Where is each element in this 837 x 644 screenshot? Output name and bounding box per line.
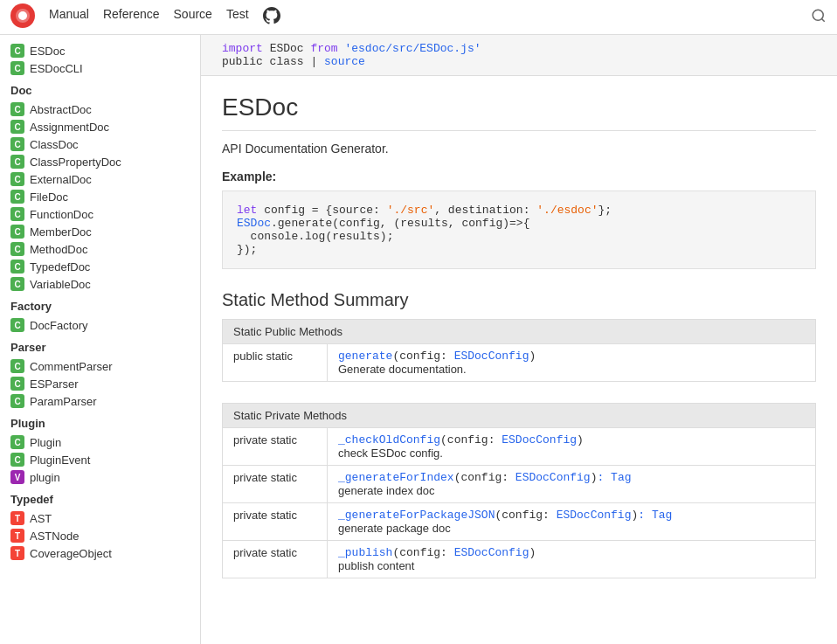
svg-point-3 [813, 10, 823, 20]
sidebar-item-filedoc[interactable]: CFileDoc [0, 188, 200, 205]
sidebar-item-variabledoc[interactable]: CVariableDoc [0, 275, 200, 293]
generateforindex-method-link[interactable]: _generateForIndex [338, 471, 454, 484]
method-description: generate index doc [338, 484, 805, 497]
import-from: from [310, 42, 337, 55]
sidebar-item-externaldoc[interactable]: CExternalDoc [0, 170, 200, 188]
badge-c: C [10, 394, 24, 408]
sidebar-item-commentparser[interactable]: CCommentParser [0, 357, 200, 375]
esdocconfig-type-link-0[interactable]: ESDocConfig [502, 433, 577, 447]
badge-c: C [10, 453, 24, 467]
search-icon[interactable] [811, 8, 827, 26]
badge-v: V [10, 470, 24, 484]
svg-point-2 [18, 11, 27, 20]
esdocconfig-type-link[interactable]: ESDocConfig [454, 350, 529, 363]
badge-t: T [10, 546, 24, 560]
badge-c: C [10, 44, 24, 58]
esdocconfig-type-link-3[interactable]: ESDocConfig [454, 546, 529, 559]
section-plugin: Plugin [0, 410, 200, 433]
sidebar-item-plugin-var[interactable]: Vplugin [0, 468, 200, 486]
method-cell: _generateForPackageJSON(config: ESDocCon… [328, 503, 816, 541]
static-public-methods-table: Static Public Methods public static gene… [222, 319, 816, 382]
badge-c: C [10, 277, 24, 291]
method-modifier: private static [223, 428, 328, 466]
method-params-text: (config: [392, 350, 453, 363]
sidebar-item-pluginevent[interactable]: CPluginEvent [0, 451, 200, 468]
class-prefix: public class [222, 55, 304, 68]
method-close-paren: ) [529, 350, 536, 363]
sidebar-item-typedefdoc[interactable]: CTypedefDoc [0, 258, 200, 275]
sidebar-item-ast[interactable]: TAST [0, 509, 200, 527]
table-row: private static _generateForIndex(config:… [223, 466, 816, 503]
sidebar-item-assignmentdoc[interactable]: CAssignmentDoc [0, 118, 200, 135]
esdocconfig-type-link-2[interactable]: ESDocConfig [557, 509, 632, 522]
nav-reference[interactable]: Reference [103, 7, 160, 27]
import-bar: import ESDoc from 'esdoc/src/ESDoc.js' p… [201, 35, 837, 76]
badge-c: C [10, 359, 24, 373]
method-cell: _generateForIndex(config: ESDocConfig): … [328, 466, 816, 503]
sidebar-item-classpropertydoc[interactable]: CClassPropertyDoc [0, 153, 200, 170]
import-keyword: import [222, 42, 263, 55]
sidebar-item-paramparser[interactable]: CParamParser [0, 392, 200, 410]
sidebar-item-abstractdoc[interactable]: CAbstractDoc [0, 100, 200, 118]
sidebar-item-methoddoc[interactable]: CMethodDoc [0, 240, 200, 258]
method-sig: _generateForIndex(config: ESDocConfig): … [338, 471, 805, 484]
section-typedef: Typedef [0, 486, 200, 509]
badge-c: C [10, 190, 24, 204]
badge-c: C [10, 61, 24, 75]
top-nav: Manual Reference Source Test [0, 0, 837, 35]
publish-method-link[interactable]: _publish [338, 546, 392, 559]
section-factory: Factory [0, 293, 200, 316]
code-let: let [237, 204, 257, 217]
static-private-methods-table: Static Private Methods private static _c… [222, 403, 816, 578]
table-row: private static _checkOldConfig(config: E… [223, 428, 816, 466]
badge-c: C [10, 377, 24, 391]
badge-c: C [10, 102, 24, 116]
method-sig: generate(config: ESDocConfig) [338, 350, 805, 363]
esdocconfig-type-link-1[interactable]: ESDocConfig [515, 471, 591, 484]
sidebar-item-functiondoc[interactable]: CFunctionDoc [0, 205, 200, 223]
return-type-tag: : Tag [597, 471, 631, 484]
code-string-dest: './esdoc' [536, 204, 598, 217]
import-path: 'esdoc/src/ESDoc.js' [344, 42, 481, 55]
sidebar-item-esparser[interactable]: CESParser [0, 375, 200, 392]
logo [10, 3, 35, 31]
badge-c: C [10, 435, 24, 449]
code-string-src: './src' [387, 204, 435, 217]
method-modifier: private static [223, 541, 328, 578]
sidebar-item-label: ESDocCLI [30, 62, 83, 75]
badge-c: C [10, 120, 24, 134]
method-description: Generate documentation. [338, 363, 805, 376]
code-esdoc-ref: ESDoc [237, 217, 271, 230]
svg-line-4 [821, 18, 824, 21]
static-public-header-label: Static Public Methods [223, 320, 816, 344]
generateforpackagejson-method-link[interactable]: _generateForPackageJSON [338, 509, 495, 522]
nav-links: Manual Reference Source Test [49, 7, 280, 27]
method-cell: _publish(config: ESDocConfig) publish co… [328, 541, 816, 578]
sidebar-item-classdoc[interactable]: CClassDoc [0, 135, 200, 153]
sidebar-item-docfactory[interactable]: CDocFactory [0, 316, 200, 334]
generate-method-link[interactable]: generate [338, 350, 392, 363]
import-name: ESDoc [270, 42, 311, 55]
nav-test[interactable]: Test [226, 7, 249, 27]
sidebar-item-astnode[interactable]: TASTNode [0, 527, 200, 544]
table-row: private static _generateForPackageJSON(c… [223, 503, 816, 541]
sidebar-item-coverageobject[interactable]: TCoverageObject [0, 544, 200, 562]
github-icon[interactable] [263, 7, 280, 27]
sidebar-item-esdoccli[interactable]: C ESDocCLI [0, 59, 200, 77]
method-description: publish content [338, 559, 805, 572]
checkoldconfig-method-link[interactable]: _checkOldConfig [338, 433, 440, 447]
sidebar-item-esdoc[interactable]: C ESDoc [0, 42, 200, 59]
code-example: let config = {source: './src', destinati… [222, 190, 816, 269]
source-link[interactable]: source [324, 55, 365, 68]
sidebar-item-memberdoc[interactable]: CMemberDoc [0, 223, 200, 240]
badge-c: C [10, 260, 24, 274]
table-row: public static generate(config: ESDocConf… [223, 344, 816, 382]
method-description: check ESDoc config. [338, 447, 805, 460]
nav-manual[interactable]: Manual [49, 7, 89, 27]
return-type-tag-2: : Tag [638, 509, 672, 522]
method-sig: _generateForPackageJSON(config: ESDocCon… [338, 509, 805, 522]
sidebar-item-plugin[interactable]: CPlugin [0, 433, 200, 451]
main-content: import ESDoc from 'esdoc/src/ESDoc.js' p… [201, 35, 837, 644]
table-row: private static _publish(config: ESDocCon… [223, 541, 816, 578]
nav-source[interactable]: Source [174, 7, 212, 27]
